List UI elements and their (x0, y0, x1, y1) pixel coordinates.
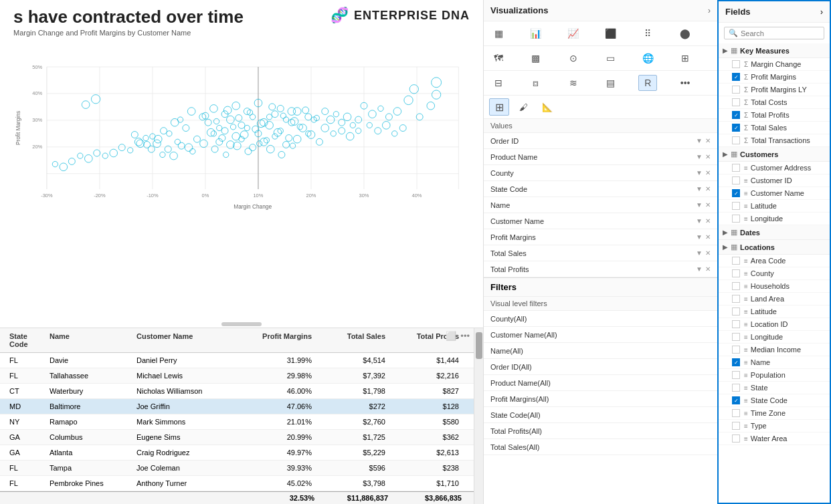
field-checkbox[interactable] (732, 384, 740, 392)
value-remove-icon[interactable]: ✕ (705, 169, 711, 176)
viz-ellipsis-icon[interactable]: ••• (676, 75, 695, 91)
field-item[interactable]: ≡ County (719, 267, 830, 280)
filter-item[interactable]: Profit Margins(All) (484, 391, 717, 407)
field-checkbox[interactable] (732, 136, 740, 144)
fields-chevron[interactable]: › (820, 7, 823, 17)
chart-scrollbar[interactable] (0, 321, 483, 328)
field-group-header[interactable]: ▶ ▦ Key Measures (719, 43, 830, 58)
value-remove-icon[interactable]: ✕ (705, 185, 711, 193)
value-remove-icon[interactable]: ✕ (705, 137, 711, 144)
field-item[interactable]: ≡ Water Area (719, 432, 830, 445)
field-item[interactable]: ≡ Latitude (719, 305, 830, 318)
viz-gauge-icon[interactable]: ⊙ (564, 50, 583, 66)
value-remove-icon[interactable]: ✕ (705, 201, 711, 209)
field-checkbox[interactable] (732, 215, 740, 223)
field-checkbox[interactable] (732, 333, 740, 341)
filter-item[interactable]: Total Sales(All) (484, 439, 717, 455)
value-row[interactable]: Order ID ▼ ✕ (484, 133, 717, 149)
value-row[interactable]: State Code ▼ ✕ (484, 181, 717, 197)
value-dropdown-icon[interactable]: ▼ (696, 249, 703, 257)
field-item[interactable]: ✓ ≡ State Code (719, 394, 830, 407)
filter-item[interactable]: Name(All) (484, 343, 717, 359)
filter-item[interactable]: Total Profits(All) (484, 423, 717, 439)
filter-item[interactable]: State Code(All) (484, 407, 717, 423)
field-item[interactable]: ✓ Σ Profit Margins (719, 71, 830, 84)
value-dropdown-icon[interactable]: ▼ (696, 201, 703, 209)
field-checkbox[interactable]: ✓ (732, 73, 740, 81)
field-checkbox[interactable] (732, 176, 740, 184)
value-remove-icon[interactable]: ✕ (705, 233, 711, 241)
viz-pie-icon[interactable]: ⬤ (676, 25, 695, 41)
value-dropdown-icon[interactable]: ▼ (696, 217, 703, 225)
field-item[interactable]: Σ Profit Margins LY (719, 84, 830, 96)
viz-globe-icon[interactable]: 🌐 (638, 50, 657, 66)
viz-card-icon[interactable]: ▭ (601, 50, 620, 66)
field-item[interactable]: ✓ ≡ Name (719, 356, 830, 369)
value-row[interactable]: Profit Margins ▼ ✕ (484, 229, 717, 245)
viz-map-icon[interactable]: 🗺 (489, 50, 508, 66)
viz-area-icon[interactable]: ⬛ (601, 25, 620, 41)
field-item[interactable]: ≡ Median Income (719, 344, 830, 356)
format-paint-icon[interactable]: 🖌 (513, 98, 533, 116)
viz-panel-chevron[interactable]: › (708, 6, 711, 15)
viz-line-icon[interactable]: 📈 (564, 25, 583, 41)
field-checkbox[interactable] (732, 86, 740, 94)
value-dropdown-icon[interactable]: ▼ (696, 185, 703, 193)
field-item[interactable]: ≡ Longitude (719, 213, 830, 225)
value-dropdown-icon[interactable]: ▼ (696, 233, 703, 241)
field-checkbox[interactable] (732, 434, 740, 443)
value-dropdown-icon[interactable]: ▼ (696, 137, 703, 144)
field-checkbox[interactable] (732, 320, 740, 328)
filter-item[interactable]: Customer Name(All) (484, 327, 717, 343)
field-checkbox[interactable] (732, 422, 740, 430)
viz-table-icon[interactable]: ⊞ (676, 50, 695, 66)
field-group-header[interactable]: ▶ ▦ Customers (719, 147, 830, 162)
value-row[interactable]: Product Name ▼ ✕ (484, 149, 717, 165)
field-item[interactable]: ≡ State (719, 382, 830, 394)
field-item[interactable]: ≡ Customer ID (719, 174, 830, 187)
filter-item[interactable]: Order ID(All) (484, 359, 717, 375)
field-checkbox[interactable] (732, 282, 740, 290)
field-checkbox[interactable]: ✓ (732, 124, 740, 132)
field-checkbox[interactable] (732, 202, 740, 210)
value-remove-icon[interactable]: ✕ (705, 265, 711, 273)
field-checkbox[interactable]: ✓ (732, 111, 740, 119)
viz-custom-icon[interactable]: R (638, 75, 657, 91)
value-row[interactable]: Total Sales ▼ ✕ (484, 245, 717, 261)
field-checkbox[interactable] (732, 269, 740, 277)
field-item[interactable]: ✓ Σ Total Sales (719, 122, 830, 134)
value-row[interactable]: Name ▼ ✕ (484, 197, 717, 213)
search-input[interactable] (741, 29, 820, 37)
field-checkbox[interactable] (732, 307, 740, 316)
viz-column-icon[interactable]: 📊 (527, 25, 545, 41)
value-row[interactable]: County ▼ ✕ (484, 165, 717, 181)
field-group-header[interactable]: ▶ ▦ Locations (719, 240, 830, 255)
viz-scatter-icon[interactable]: ⠿ (638, 25, 657, 41)
field-checkbox[interactable] (732, 98, 740, 106)
field-checkbox[interactable] (732, 164, 740, 172)
field-checkbox[interactable] (732, 371, 740, 379)
table-scrollbar[interactable] (474, 328, 483, 504)
field-item[interactable]: ≡ Area Code (719, 255, 830, 267)
table-expand-icon[interactable]: ⬜ (446, 331, 456, 341)
value-dropdown-icon[interactable]: ▼ (696, 169, 703, 176)
field-item[interactable]: Σ Total Transactions (719, 134, 830, 147)
scroll-thumb[interactable] (476, 332, 482, 359)
filter-item[interactable]: Product Name(All) (484, 375, 717, 391)
viz-matrix-icon[interactable]: ⊟ (489, 75, 508, 91)
value-row[interactable]: Total Profits ▼ ✕ (484, 261, 717, 277)
field-checkbox[interactable] (732, 60, 740, 68)
field-item[interactable]: ≡ Land Area (719, 293, 830, 305)
field-item[interactable]: ≡ Longitude (719, 331, 830, 344)
field-item[interactable]: ≡ Population (719, 369, 830, 382)
field-item[interactable]: ≡ Customer Address (719, 162, 830, 174)
viz-treemap-icon[interactable]: ▩ (527, 50, 545, 66)
field-checkbox[interactable] (732, 295, 740, 303)
field-group-header[interactable]: ▶ ▦ Dates (719, 225, 830, 240)
field-checkbox[interactable]: ✓ (732, 189, 740, 197)
field-item[interactable]: ≡ Time Zone (719, 407, 830, 420)
field-item[interactable]: ≡ Latitude (719, 200, 830, 213)
field-checkbox[interactable]: ✓ (732, 358, 740, 366)
field-checkbox[interactable] (732, 346, 740, 354)
viz-kpi-icon[interactable]: ≋ (564, 75, 583, 91)
